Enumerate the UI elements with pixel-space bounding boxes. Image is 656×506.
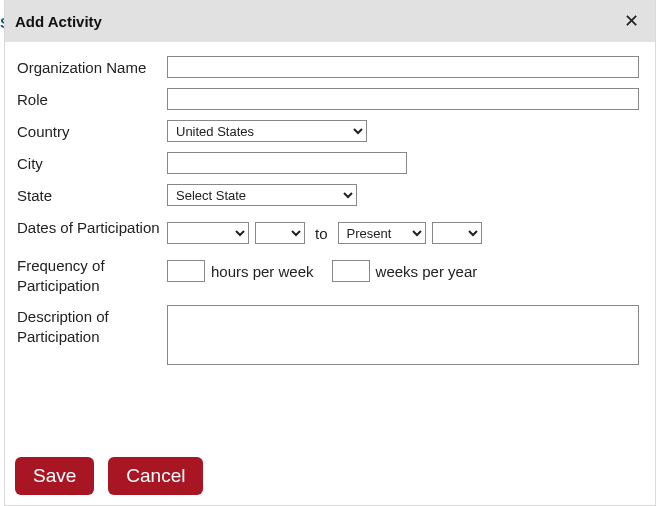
description-label: Description of Participation — [17, 305, 167, 346]
save-button[interactable]: Save — [15, 457, 94, 495]
dates-label: Dates of Participation — [17, 216, 167, 238]
role-input[interactable] — [167, 88, 639, 110]
hours-per-week-text: hours per week — [211, 263, 314, 280]
hours-per-week-input[interactable] — [167, 260, 205, 282]
country-select[interactable]: United States — [167, 120, 367, 142]
date-to-month-select[interactable]: Present — [338, 222, 426, 244]
add-activity-dialog: Add Activity ✕ Organization Name Role Co… — [4, 0, 656, 506]
description-textarea[interactable] — [167, 305, 639, 365]
date-from-year-select[interactable] — [255, 222, 305, 244]
date-from-month-select[interactable] — [167, 222, 249, 244]
date-to-year-select[interactable] — [432, 222, 482, 244]
close-icon[interactable]: ✕ — [620, 8, 643, 34]
country-label: Country — [17, 120, 167, 142]
state-label: State — [17, 184, 167, 206]
city-input[interactable] — [167, 152, 407, 174]
state-select[interactable]: Select State — [167, 184, 357, 206]
organization-name-input[interactable] — [167, 56, 639, 78]
cancel-button[interactable]: Cancel — [108, 457, 203, 495]
weeks-per-year-input[interactable] — [332, 260, 370, 282]
frequency-label: Frequency of Participation — [17, 254, 167, 295]
dates-to-word: to — [311, 225, 332, 242]
role-label: Role — [17, 88, 167, 110]
dialog-titlebar: Add Activity ✕ — [5, 0, 655, 42]
weeks-per-year-text: weeks per year — [376, 263, 478, 280]
city-label: City — [17, 152, 167, 174]
organization-name-label: Organization Name — [17, 56, 167, 78]
dialog-title: Add Activity — [15, 13, 102, 30]
